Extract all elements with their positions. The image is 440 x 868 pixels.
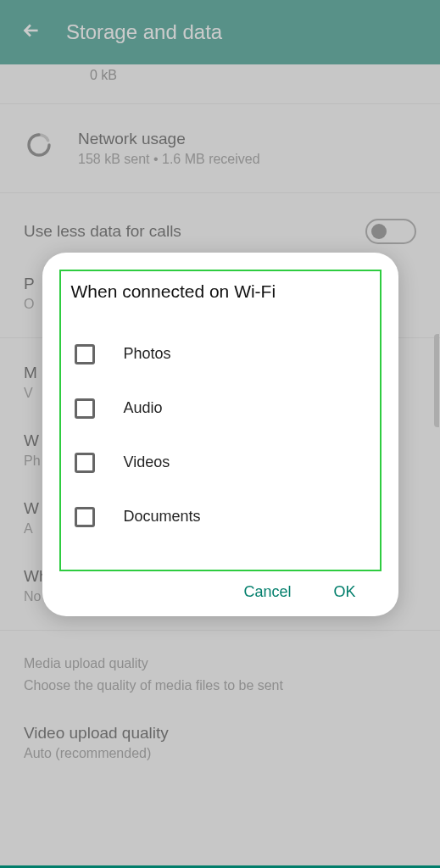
wifi-media-dialog: When connected on Wi-Fi Photos Audio Vid… <box>42 253 398 616</box>
modal-overlay: When connected on Wi-Fi Photos Audio Vid… <box>0 0 440 868</box>
dialog-actions: Cancel OK <box>59 571 382 601</box>
option-label: Documents <box>124 508 201 526</box>
cancel-button[interactable]: Cancel <box>243 583 291 601</box>
checkbox-icon[interactable] <box>75 507 95 527</box>
dialog-highlight-frame: When connected on Wi-Fi Photos Audio Vid… <box>59 270 382 571</box>
option-audio[interactable]: Audio <box>71 381 370 436</box>
option-documents[interactable]: Documents <box>71 490 370 544</box>
option-photos[interactable]: Photos <box>71 327 370 381</box>
option-label: Videos <box>124 453 170 471</box>
option-label: Audio <box>124 399 163 417</box>
option-videos[interactable]: Videos <box>71 436 370 490</box>
dialog-title: When connected on Wi-Fi <box>71 280 370 302</box>
checkbox-icon[interactable] <box>75 398 95 419</box>
option-label: Photos <box>124 345 171 363</box>
checkbox-icon[interactable] <box>75 453 95 473</box>
checkbox-icon[interactable] <box>75 344 95 364</box>
ok-button[interactable]: OK <box>333 583 355 601</box>
